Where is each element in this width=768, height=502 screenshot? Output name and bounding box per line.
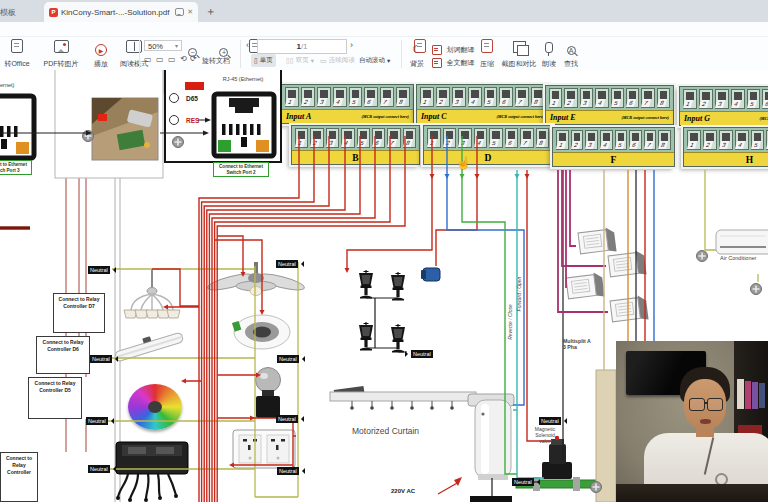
prev-page-icon[interactable]: ‹: [246, 40, 249, 50]
compress-button[interactable]: 压缩: [474, 39, 500, 69]
read-aloud-button[interactable]: 朗读: [538, 39, 560, 69]
pdf-file-icon: P: [49, 8, 58, 17]
terminal-number: 2: [310, 139, 320, 147]
terminal-slot: [632, 133, 639, 141]
rotate-document-label[interactable]: 旋转文档: [202, 56, 230, 66]
relay-controller-box: Connect to Relay Controller D6: [36, 336, 90, 374]
terminal-number: 3: [452, 98, 462, 106]
menu-bar: ▤ ⊖ ↶ ↷ ▢ 开始 插入 批注 编辑 页面 保护 转换: [0, 22, 768, 36]
terminal-number: 3: [317, 98, 327, 106]
screenshot-compare-button[interactable]: 截图和对比: [498, 39, 540, 69]
relay-controller-box: Connect to Relay Controller D7: [53, 293, 105, 333]
next-page-icon[interactable]: ›: [350, 40, 353, 50]
terminal-cell-5: 5: [489, 128, 503, 148]
mcb-note: (MCB output connect here): [759, 116, 768, 121]
fit-page-icon[interactable]: ▭: [144, 55, 152, 64]
terminal-cell-1: 1: [295, 128, 308, 148]
terminal-slot: [583, 91, 590, 99]
terminal-cell-7: 7: [387, 128, 400, 148]
terminal-slot: [660, 91, 667, 99]
terminal-cell-7: 7: [644, 130, 657, 150]
terminal-cell-3: 3: [715, 89, 729, 109]
terminal-slot: [344, 131, 351, 139]
wire-arrowheads: [86, 118, 530, 487]
terminal-cell-3: 3: [585, 130, 598, 150]
cassette-ac-unit: [608, 250, 647, 279]
wall-socket: [233, 430, 295, 468]
tab-kincony-pdf[interactable]: P KinCony-Smart-...-Solution.pdf ✕: [44, 2, 198, 22]
rotate-left-icon[interactable]: ⟲: [180, 54, 187, 63]
book-spine: [737, 379, 744, 409]
auto-scroll-button[interactable]: 自动滚动 ▾: [356, 54, 393, 67]
double-page-button[interactable]: ▯▯ 双页 ▾: [283, 54, 317, 67]
terminal-row: 12345678: [684, 128, 768, 152]
terminal-slot: [559, 133, 566, 141]
play-label: 播放: [86, 59, 116, 69]
terminal-cell-4: 4: [341, 128, 354, 148]
book-spine: [745, 381, 751, 409]
terminal-number: 7: [641, 99, 651, 107]
terminal-cell-5: 5: [484, 87, 498, 107]
terminal-cell-1: 1: [420, 87, 434, 107]
single-page-label: 单页: [260, 56, 273, 65]
terminal-cell-4: 4: [468, 87, 482, 107]
terminal-cell-6: 6: [762, 89, 768, 109]
terminal-number: 7: [520, 139, 530, 147]
input-a-label: Input A: [286, 112, 311, 121]
terminal-slot: [406, 131, 413, 139]
comment-bubble-icon[interactable]: [175, 8, 184, 16]
multisplit-label: Multisplit A 3 Pha: [563, 338, 591, 350]
terminal-slot: [329, 131, 336, 139]
terminal-number: 2: [443, 139, 453, 147]
terminal-row: 12345678: [424, 126, 552, 150]
terminal-slot: [534, 90, 542, 98]
ethernet-port3-label: Connect to Ethernet Switch Port 3: [0, 160, 32, 175]
terminal-slot: [399, 90, 407, 98]
rj45-jack-partial: [0, 96, 34, 158]
new-tab-button[interactable]: ＋: [205, 4, 216, 19]
close-tab-icon[interactable]: ✕: [187, 8, 193, 16]
continuous-read-button[interactable]: ▭ 连续阅读: [317, 54, 358, 67]
cable-junction-box: [116, 442, 188, 502]
terminal-slot: [455, 90, 463, 98]
play-button[interactable]: ▶ 播放: [86, 39, 116, 69]
terminal-slot: [722, 133, 730, 141]
to-office-button[interactable]: 转Office: [0, 39, 38, 69]
single-page-button[interactable]: ▯ 单页: [251, 54, 276, 67]
terminal-number: 3: [326, 139, 336, 147]
left-panel-box: [55, 70, 163, 178]
terminal-number: 4: [341, 139, 351, 147]
rotate-right-icon[interactable]: ⟳: [190, 54, 197, 63]
terminal-cell-6: 6: [364, 87, 378, 107]
terminal-slot: [754, 133, 762, 141]
actual-size-icon[interactable]: ▭: [168, 55, 176, 64]
terminal-number: 2: [571, 141, 581, 149]
pdf-to-image-button[interactable]: PDF转图片: [38, 39, 84, 69]
terminal-cell-3: 3: [719, 130, 733, 150]
background-button[interactable]: ☾ 背景: [404, 39, 430, 69]
page-number-input[interactable]: 1/1: [257, 39, 347, 54]
find-button[interactable]: A 查找: [560, 39, 582, 69]
terminal-number: 6: [372, 139, 382, 147]
terminal-number: 3: [719, 141, 729, 149]
screw-icon: [83, 131, 94, 142]
curtain-power-box: [470, 496, 512, 502]
screw-icon: [697, 251, 708, 262]
full-translate-label: 全文翻译: [446, 59, 474, 66]
background-tab[interactable]: 模板: [0, 4, 40, 22]
office-doc-icon: [11, 39, 23, 53]
terminal-number: 8: [531, 98, 541, 106]
input-strip-c: 12345678 Input C(MCB output connect here…: [416, 84, 549, 124]
terminal-cell-6: 6: [629, 130, 642, 150]
terminal-slot: [702, 92, 710, 100]
fit-width-icon[interactable]: ▭: [156, 55, 164, 64]
zoom-select[interactable]: 50% ▾: [144, 40, 182, 51]
terminal-slot: [618, 133, 625, 141]
screenshot-compare-label: 截图和对比: [498, 59, 540, 69]
terminal-slot: [492, 131, 500, 139]
terminal-number: 2: [699, 100, 709, 108]
block-d-label: D: [485, 153, 492, 163]
terminal-cell-2: 2: [443, 128, 457, 148]
terminal-number: 7: [380, 98, 390, 106]
rj45-panel-box: [165, 70, 281, 162]
